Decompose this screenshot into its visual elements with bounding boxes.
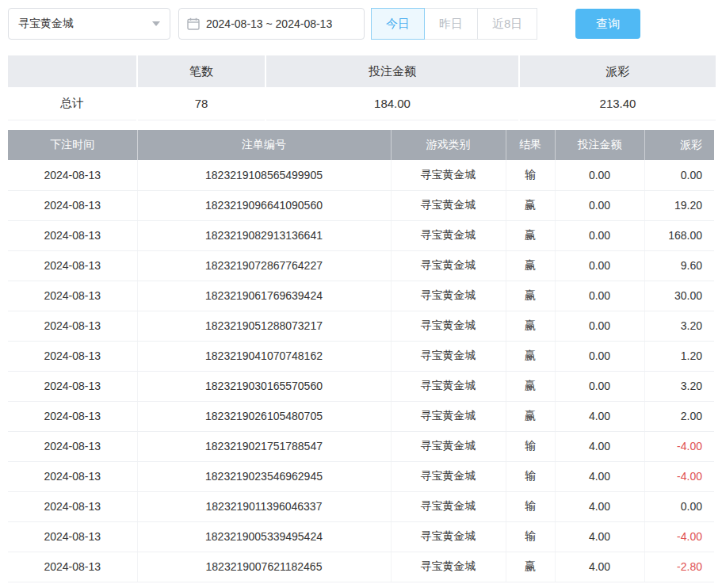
- cell-payout: 3.20: [644, 311, 714, 341]
- cell-payout: 0.00: [644, 491, 714, 521]
- cell-payout: 0.00: [644, 160, 714, 190]
- cell-payout: 19.20: [644, 190, 714, 220]
- table-row: 2024-08-131823219007621182465寻宝黄金城赢4.00-…: [8, 552, 714, 582]
- cell-game: 寻宝黄金城: [391, 552, 506, 582]
- cell-game: 寻宝黄金城: [391, 431, 506, 461]
- cell-time: 2024-08-13: [8, 160, 137, 190]
- cell-payout: -2.80: [644, 552, 714, 582]
- summary-total-count: 78: [138, 87, 265, 120]
- cell-game: 寻宝黄金城: [391, 250, 506, 281]
- today-button[interactable]: 今日: [371, 8, 425, 40]
- cell-game: 寻宝黄金城: [391, 371, 506, 401]
- cell-result: 赢: [506, 190, 555, 220]
- cell-game: 寻宝黄金城: [391, 190, 506, 220]
- header-order-id: 注单编号: [137, 130, 391, 160]
- table-row: 2024-08-131823219072867764227寻宝黄金城赢0.009…: [8, 250, 714, 281]
- game-select[interactable]: 寻宝黄金城: [8, 8, 170, 40]
- table-row: 2024-08-131823219030165570560寻宝黄金城赢0.003…: [8, 371, 714, 401]
- cell-bet: 0.00: [555, 190, 644, 220]
- summary-total-bet-amount: 184.00: [266, 87, 518, 120]
- cell-bet: 4.00: [555, 552, 644, 582]
- table-row: 2024-08-131823219011396046337寻宝黄金城输4.000…: [8, 491, 714, 521]
- cell-time: 2024-08-13: [8, 250, 137, 281]
- summary-total-payout: 213.40: [520, 87, 716, 120]
- calendar-icon: [187, 17, 200, 30]
- game-select-value: 寻宝黄金城: [18, 17, 74, 31]
- cell-time: 2024-08-13: [8, 521, 137, 552]
- summary-header-bet-amount: 投注金额: [266, 55, 518, 87]
- table-row: 2024-08-131823219041070748162寻宝黄金城赢0.001…: [8, 341, 714, 371]
- last8days-button[interactable]: 近8日: [477, 8, 537, 40]
- cell-bet: 4.00: [555, 431, 644, 461]
- cell-game: 寻宝黄金城: [391, 311, 506, 341]
- header-payout: 派彩: [644, 130, 714, 160]
- cell-order-id: 1823219096641090560: [137, 190, 391, 220]
- summary-table: 笔数 投注金额 派彩 总计 78 184.00 213.40: [8, 55, 714, 120]
- cell-order-id: 1823219082913136641: [137, 220, 391, 250]
- table-row: 2024-08-131823219096641090560寻宝黄金城赢0.001…: [8, 190, 714, 220]
- table-row: 2024-08-131823219021751788547寻宝黄金城输4.00-…: [8, 431, 714, 461]
- cell-order-id: 1823219023546962945: [137, 461, 391, 491]
- cell-time: 2024-08-13: [8, 281, 137, 311]
- cell-time: 2024-08-13: [8, 431, 137, 461]
- quick-date-group: 今日 昨日 近8日: [371, 8, 537, 40]
- cell-time: 2024-08-13: [8, 552, 137, 582]
- cell-result: 输: [506, 160, 555, 190]
- cell-result: 输: [506, 491, 555, 521]
- yesterday-button[interactable]: 昨日: [424, 8, 478, 40]
- cell-time: 2024-08-13: [8, 341, 137, 371]
- cell-payout: 168.00: [644, 220, 714, 250]
- cell-result: 输: [506, 521, 555, 552]
- cell-game: 寻宝黄金城: [391, 220, 506, 250]
- header-bet: 投注金额: [555, 130, 644, 160]
- bet-table: 下注时间 注单编号 游戏类别 结果 投注金额 派彩 2024-08-131823…: [8, 130, 714, 582]
- cell-bet: 0.00: [555, 341, 644, 371]
- cell-result: 赢: [506, 552, 555, 582]
- cell-order-id: 1823219030165570560: [137, 371, 391, 401]
- cell-game: 寻宝黄金城: [391, 461, 506, 491]
- table-row: 2024-08-131823219108565499905寻宝黄金城输0.000…: [8, 160, 714, 190]
- cell-time: 2024-08-13: [8, 371, 137, 401]
- summary-header-blank: [8, 55, 136, 87]
- table-row: 2024-08-131823219026105480705寻宝黄金城赢4.002…: [8, 401, 714, 431]
- cell-result: 输: [506, 431, 555, 461]
- header-time: 下注时间: [8, 130, 137, 160]
- summary-header-row: 笔数 投注金额 派彩: [8, 55, 714, 87]
- date-range-picker[interactable]: 2024-08-13 ~ 2024-08-13: [178, 8, 365, 40]
- cell-game: 寻宝黄金城: [391, 521, 506, 552]
- cell-bet: 0.00: [555, 311, 644, 341]
- page: 寻宝黄金城 2024-08-13 ~ 2024-08-13 今日 昨日 近8日 …: [0, 0, 722, 588]
- cell-order-id: 1823219072867764227: [137, 250, 391, 281]
- cell-result: 赢: [506, 371, 555, 401]
- bet-table-header: 下注时间 注单编号 游戏类别 结果 投注金额 派彩: [8, 130, 714, 160]
- cell-time: 2024-08-13: [8, 311, 137, 341]
- table-row: 2024-08-131823219023546962945寻宝黄金城输4.00-…: [8, 461, 714, 491]
- cell-time: 2024-08-13: [8, 491, 137, 521]
- cell-order-id: 1823219026105480705: [137, 401, 391, 431]
- cell-payout: 3.20: [644, 371, 714, 401]
- cell-payout: 2.00: [644, 401, 714, 431]
- cell-payout: -4.00: [644, 461, 714, 491]
- cell-time: 2024-08-13: [8, 401, 137, 431]
- cell-result: 赢: [506, 250, 555, 281]
- header-game: 游戏类别: [391, 130, 506, 160]
- query-button[interactable]: 查询: [575, 9, 640, 39]
- date-range-value: 2024-08-13 ~ 2024-08-13: [206, 17, 332, 30]
- cell-result: 输: [506, 461, 555, 491]
- cell-order-id: 1823219007621182465: [137, 552, 391, 582]
- cell-result: 赢: [506, 220, 555, 250]
- table-row: 2024-08-131823219005339495424寻宝黄金城输4.00-…: [8, 521, 714, 552]
- cell-payout: 9.60: [644, 250, 714, 281]
- cell-bet: 0.00: [555, 160, 644, 190]
- cell-bet: 0.00: [555, 281, 644, 311]
- cell-order-id: 1823219021751788547: [137, 431, 391, 461]
- cell-order-id: 1823219061769639424: [137, 281, 391, 311]
- cell-time: 2024-08-13: [8, 190, 137, 220]
- header-result: 结果: [506, 130, 555, 160]
- summary-total-label: 总计: [8, 87, 136, 120]
- cell-order-id: 1823219108565499905: [137, 160, 391, 190]
- cell-bet: 0.00: [555, 250, 644, 281]
- cell-payout: -4.00: [644, 431, 714, 461]
- cell-payout: -4.00: [644, 521, 714, 552]
- cell-result: 赢: [506, 401, 555, 431]
